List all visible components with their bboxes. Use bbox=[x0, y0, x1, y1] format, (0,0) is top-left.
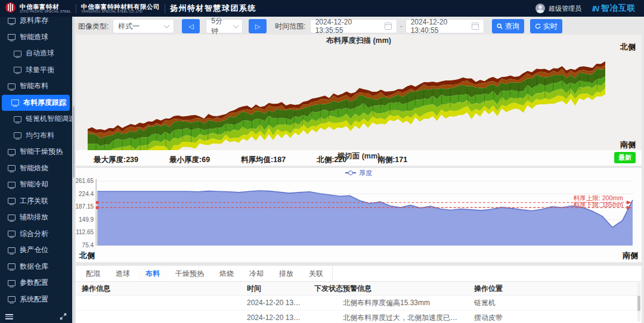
sidebar-item-label: 数据仓库 bbox=[20, 262, 48, 272]
surface-stats-band: 横切面 (mm) 最大厚度:239最小厚度:69料厚均值:187北侧:220南侧… bbox=[76, 150, 642, 166]
sidebar-scrollbar[interactable] bbox=[72, 17, 75, 323]
query-button[interactable]: 查询 bbox=[492, 19, 524, 33]
table-body: 2024-12-20 13:40:00北侧布料厚度偏高15.33mm链篦机202… bbox=[76, 296, 642, 323]
sidebar-item-label: 智能干燥预热 bbox=[20, 147, 63, 157]
interval-select[interactable]: 5分钟 bbox=[206, 19, 243, 33]
cross-section-panel: 厚度 75.4112.65149.9187.15224.4261.65料厚上限:… bbox=[76, 168, 642, 262]
cell-1-3: 北侧布料厚度过大，北侧加速度已达上限值，不再增速 bbox=[337, 313, 468, 323]
col-header-0: 操作信息 bbox=[76, 284, 241, 294]
legend-thickness[interactable]: 厚度 bbox=[76, 168, 642, 178]
monitor-icon bbox=[8, 18, 16, 24]
user-avatar-icon bbox=[535, 4, 545, 13]
realtime-button[interactable]: 实时 bbox=[530, 19, 562, 33]
tab-2[interactable]: 布料 bbox=[138, 266, 168, 281]
vendor-mark-icon: IN bbox=[592, 4, 599, 13]
tab-divider bbox=[332, 266, 333, 281]
area-chart: 75.4112.65149.9187.15224.4261.65料厚上限: 20… bbox=[76, 178, 642, 250]
sidebar-item-12[interactable]: 辅助排放 bbox=[0, 209, 72, 226]
col-header-4: 操作位置 bbox=[468, 284, 642, 294]
cell-1-4: 摆动皮带 bbox=[468, 313, 642, 323]
sidebar-item-4[interactable]: 智能布料 bbox=[0, 78, 72, 95]
tab-1[interactable]: 造球 bbox=[108, 266, 138, 281]
sidebar-item-11[interactable]: 工序关联 bbox=[0, 193, 72, 210]
user-menu[interactable]: 超级管理员 bbox=[535, 4, 581, 13]
cell-1-1: 2024-12-20 13:37:00 bbox=[241, 313, 308, 322]
time-from-input[interactable]: 2024-12-20 13:35:55 bbox=[310, 19, 397, 33]
sidebar-item-label: 工序关联 bbox=[20, 196, 48, 206]
cell-0-1: 2024-12-20 13:40:00 bbox=[241, 299, 308, 307]
sidebar-item-5[interactable]: 布料厚度跟踪 bbox=[2, 95, 70, 111]
sidebar-item-15[interactable]: 数据仓库 bbox=[0, 259, 72, 275]
prev-interval-button[interactable]: ◁ bbox=[182, 19, 200, 33]
sidebar-scrollbar-thumb[interactable] bbox=[73, 106, 75, 178]
sidebar-item-label: 综合分析 bbox=[20, 229, 48, 239]
table-row[interactable]: 2024-12-20 13:37:00北侧布料厚度过大，北侧加速度已达上限值，不… bbox=[76, 310, 642, 323]
monitor-icon bbox=[14, 116, 21, 122]
calendar-icon bbox=[472, 23, 479, 30]
sidebar-item-14[interactable]: 换产仓位 bbox=[0, 242, 72, 259]
sidebar-item-label: 链篦机智能调速 bbox=[26, 114, 72, 124]
sidebar-item-label: 智能焙烧 bbox=[20, 163, 48, 173]
tab-0[interactable]: 配混 bbox=[78, 266, 108, 281]
time-to-input[interactable]: 2024-12-20 13:40:55 bbox=[405, 19, 484, 33]
monitor-icon bbox=[8, 247, 16, 253]
monitor-icon bbox=[8, 296, 16, 302]
sidebar-item-label: 均匀布料 bbox=[26, 131, 54, 141]
svg-text:261.65: 261.65 bbox=[76, 178, 94, 184]
citic-logo-icon bbox=[5, 2, 16, 15]
svg-text:187.15: 187.15 bbox=[76, 203, 94, 210]
sidebar-item-0[interactable]: 原料库存 bbox=[0, 17, 72, 29]
monitor-icon bbox=[14, 51, 21, 57]
sidebar-item-6[interactable]: 链篦机智能调速 bbox=[0, 111, 72, 128]
time-separator: - bbox=[400, 22, 402, 30]
chevron-down-icon bbox=[164, 23, 170, 29]
tab-4[interactable]: 焙烧 bbox=[212, 266, 242, 281]
tab-3[interactable]: 干燥预热 bbox=[168, 266, 212, 281]
app-header: 中信泰富特材 CITIC PACIFIC SPECIAL STEEL 中信泰富特… bbox=[0, 0, 644, 17]
sidebar-item-17[interactable]: 系统配置 bbox=[0, 291, 72, 308]
markline-label-0: 料厚上限: 200mm bbox=[574, 194, 623, 201]
sidebar-item-10[interactable]: 智能冷却 bbox=[0, 176, 72, 193]
table-scrollbar[interactable] bbox=[637, 282, 640, 322]
next-interval-button[interactable]: ▷ bbox=[249, 19, 267, 33]
sidebar-item-7[interactable]: 均匀布料 bbox=[0, 128, 72, 144]
monitor-icon bbox=[8, 34, 16, 40]
sidebar-item-9[interactable]: 智能焙烧 bbox=[0, 160, 72, 177]
sidebar-item-label: 系统配置 bbox=[20, 294, 48, 305]
monitor-icon bbox=[8, 83, 16, 89]
svg-text:149.9: 149.9 bbox=[79, 216, 94, 223]
col-header-3: 预警信息 bbox=[337, 284, 468, 294]
vendor-logo: IN 智冶互联 bbox=[592, 3, 636, 14]
sidebar-item-2[interactable]: 自动造球 bbox=[0, 45, 72, 62]
thickness-scan-panel: 布料厚度扫描 (mm) 北侧 南侧 横切面 (mm) 最大厚度:239最小厚度:… bbox=[76, 35, 642, 166]
brand-yangzhou: 中信泰富特种材料有限公司 YANGZHOU SPECIAL STEEL CO.,… bbox=[81, 4, 160, 14]
collapse-menu-icon[interactable] bbox=[5, 314, 13, 319]
table-scrollbar-thumb[interactable] bbox=[637, 296, 640, 311]
sidebar-item-8[interactable]: 智能干燥预热 bbox=[0, 144, 72, 160]
tab-5[interactable]: 冷却 bbox=[242, 266, 271, 281]
table-row[interactable]: 2024-12-20 13:40:00北侧布料厚度偏高15.33mm链篦机 bbox=[76, 296, 642, 310]
fullscreen-icon[interactable] bbox=[60, 313, 67, 320]
sidebar-item-13[interactable]: 综合分析 bbox=[0, 226, 72, 243]
sidebar-item-label: 自动造球 bbox=[26, 48, 54, 58]
tab-6[interactable]: 排放 bbox=[271, 266, 301, 281]
area-axis-labels: 北侧 南侧 bbox=[76, 250, 642, 261]
tab-7[interactable]: 关联 bbox=[301, 266, 331, 281]
sidebar-item-label: 智能冷却 bbox=[20, 179, 48, 190]
sidebar-item-1[interactable]: 智能造球 bbox=[0, 29, 72, 46]
surface-plot bbox=[76, 44, 642, 150]
monitor-icon bbox=[8, 231, 16, 237]
image-type-select[interactable]: 样式一 bbox=[113, 19, 174, 33]
sidebar-item-3[interactable]: 球量平衡 bbox=[0, 62, 72, 79]
svg-text:112.65: 112.65 bbox=[76, 229, 94, 235]
stat-3: 北侧:220 bbox=[317, 155, 346, 165]
stat-2: 料厚均值:187 bbox=[241, 155, 286, 165]
time-range-label: 时间范围: bbox=[275, 21, 305, 32]
sidebar-item-16[interactable]: 参数配置 bbox=[0, 275, 72, 291]
latest-badge[interactable]: 最新 bbox=[614, 152, 636, 163]
table-header: 操作信息时间下发状态预警信息操作位置 bbox=[76, 282, 642, 296]
monitor-icon bbox=[14, 132, 21, 138]
vendor-name: 智冶互联 bbox=[601, 3, 636, 14]
monitor-icon bbox=[8, 198, 16, 204]
sidebar-item-label: 球量平衡 bbox=[26, 65, 54, 75]
